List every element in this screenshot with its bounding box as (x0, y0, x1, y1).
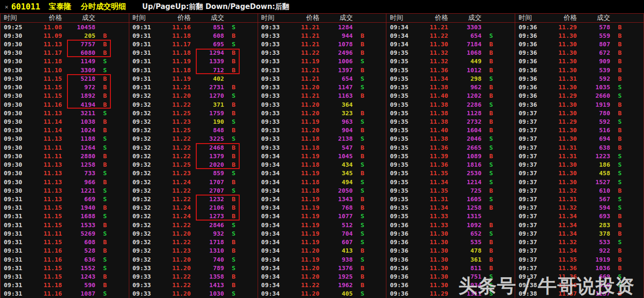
trade-time: 09:36 (515, 41, 544, 47)
trade-time: 09:37 (515, 127, 544, 133)
trade-time: 09:31 (129, 50, 158, 56)
trade-side: S (224, 230, 243, 237)
trade-volume: 323 (319, 110, 353, 116)
trade-side: B (95, 127, 115, 133)
trade-price: 11.34 (544, 213, 577, 219)
page-title: 分时成交明细 (81, 2, 126, 12)
trade-time: 09:34 (258, 187, 286, 194)
trade-time: 09:36 (386, 273, 415, 280)
trade-volume: 2138 (319, 136, 353, 142)
trade-rows[interactable]: 09:3311.21128409:3311.21944B09:3311.2110… (258, 23, 386, 298)
trade-row: 09:3111.151552S (0, 264, 129, 272)
trade-row: 09:3011.141038B (0, 117, 129, 126)
trade-price: 11.15 (29, 239, 62, 245)
trade-rows[interactable]: 09:2511.081045809:3011.09205B09:3011.137… (0, 23, 129, 298)
trade-price: 11.19 (158, 76, 191, 82)
trade-volume: 859 (191, 170, 224, 176)
trade-time: 09:37 (515, 247, 544, 254)
trade-price: 11.20 (286, 110, 319, 116)
trade-side: S (224, 187, 243, 194)
trade-volume: 1214 (448, 179, 482, 185)
trade-rows[interactable]: 09:3611.29578B09:3611.30559B09:3611.3080… (515, 23, 644, 298)
trade-side: B (353, 50, 372, 56)
trade-side: B (224, 239, 243, 245)
trade-side: B (610, 24, 629, 30)
trade-price: 11.19 (286, 230, 319, 237)
trade-side: S (481, 170, 501, 176)
trade-time: 09:33 (258, 84, 286, 90)
trade-rows[interactable]: 09:3411.21330309:3411.22654S09:3411.3071… (386, 23, 515, 298)
trade-volume: 1092 (448, 222, 482, 228)
trade-price: 11.36 (415, 162, 448, 168)
trade-volume: 512 (319, 222, 353, 228)
trade-time: 09:34 (258, 170, 286, 176)
trade-volume: 5218 (62, 76, 95, 82)
trade-rows[interactable]: 09:3111.16851S09:3111.18608B09:3111.1769… (129, 23, 258, 298)
trade-time: 09:37 (515, 119, 544, 125)
trade-time: 09:37 (515, 196, 544, 202)
trade-row: 09:3411.19938S (258, 255, 386, 264)
trade-price: 11.19 (286, 256, 319, 263)
trade-side: B (353, 41, 372, 47)
trade-time: 09:36 (386, 222, 415, 228)
trade-volume: 695 (191, 41, 224, 47)
trade-volume: 1688 (62, 213, 95, 219)
trade-price: 11.18 (286, 145, 319, 151)
trade-side: B (353, 170, 372, 176)
trade-price: 11.33 (415, 222, 448, 228)
trade-price: 11.25 (158, 110, 191, 116)
trade-time: 09:32 (129, 196, 158, 202)
trade-volume: 780 (577, 110, 611, 116)
trade-row: 09:3611.30539B (515, 66, 644, 74)
trade-price: 11.18 (286, 136, 319, 142)
column-header: 价格 (158, 14, 191, 22)
trade-volume: 1604 (448, 127, 482, 133)
trade-row: 09:3311.18547B (258, 143, 386, 152)
trade-side: S (610, 84, 629, 90)
trade-side: S (353, 230, 372, 237)
trade-row: 09:3111.191339B (129, 57, 258, 66)
trade-side: B (224, 204, 243, 211)
trade-price: 11.40 (415, 93, 448, 99)
trade-price: 11.21 (415, 24, 448, 30)
trade-price: 11.30 (544, 102, 577, 108)
trade-time: 09:35 (386, 179, 415, 185)
trade-row: 09:3511.381128B (386, 109, 515, 117)
trade-side: S (610, 170, 629, 176)
trade-side: B (481, 204, 501, 211)
trade-volume: 1012 (448, 67, 482, 73)
trade-price: 11.15 (29, 213, 62, 219)
trade-side: S (224, 290, 243, 297)
trade-volume: 1223 (577, 153, 611, 159)
trade-side: B (481, 84, 501, 90)
trade-side: S (353, 222, 372, 228)
trade-time: 09:37 (515, 239, 544, 245)
trade-time: 09:31 (0, 196, 29, 202)
trade-price: 11.23 (158, 170, 191, 176)
trade-time: 09:34 (386, 24, 415, 30)
trade-time: 09:35 (386, 204, 415, 211)
trade-time: 09:35 (386, 136, 415, 142)
trade-price: 11.09 (29, 33, 62, 39)
trade-side: B (353, 127, 372, 133)
trade-row: 09:3511.352530S (386, 169, 515, 178)
trade-price: 11.23 (158, 119, 191, 125)
trade-side: B (610, 187, 629, 194)
trade-time: 09:31 (0, 273, 29, 280)
trade-price: 11.15 (29, 222, 62, 228)
trade-side: B (610, 213, 629, 219)
trade-row: 09:3411.19345B (258, 169, 386, 178)
trade-side: B (224, 67, 243, 73)
trade-volume: 190 (191, 119, 224, 125)
trade-row: 09:3011.176080B (0, 49, 129, 57)
trade-price: 11.30 (544, 170, 577, 176)
close-icon[interactable]: × (5, 3, 8, 10)
trade-row: 09:3711.301527S (515, 178, 644, 186)
trade-price: 11.32 (544, 204, 577, 211)
trade-volume: 932 (191, 230, 224, 237)
trade-volume: 1310 (191, 247, 224, 254)
trade-price: 11.16 (158, 24, 191, 30)
trade-price: 11.31 (544, 196, 577, 202)
trade-row: 09:3011.112880B (0, 152, 129, 160)
trade-time: 09:37 (515, 170, 544, 176)
